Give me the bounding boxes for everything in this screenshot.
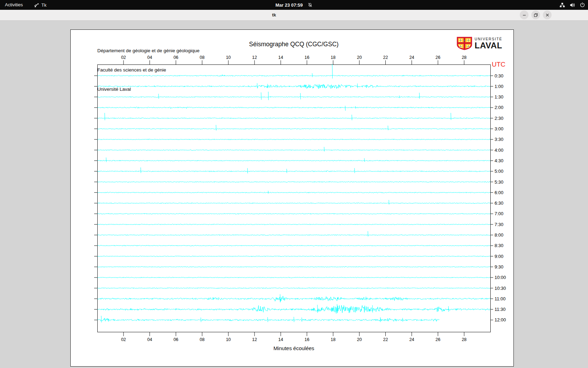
utc-time-label: 9:30 bbox=[495, 264, 503, 270]
maximize-button[interactable] bbox=[531, 11, 540, 19]
tk-icon bbox=[34, 2, 39, 8]
x-axis-tick-label-top: 28 bbox=[462, 55, 467, 60]
laval-shield-icon bbox=[457, 37, 472, 50]
seismogram-trace bbox=[98, 266, 490, 267]
seismogram-trace bbox=[98, 231, 490, 237]
seismogram-trace bbox=[98, 106, 490, 111]
x-axis-tick-label-bottom: 12 bbox=[252, 337, 257, 342]
universite-laval-logo: UNIVERSITÉ LAVAL bbox=[457, 37, 502, 50]
header-line-2: Faculté des sciences et de génie bbox=[97, 67, 200, 73]
x-axis-tick-label-bottom: 20 bbox=[357, 337, 362, 342]
seismogram-trace bbox=[98, 213, 490, 214]
utc-time-label: 2:00 bbox=[495, 105, 503, 110]
x-axis-tick-label-top: 12 bbox=[252, 55, 257, 60]
seismogram-trace bbox=[98, 139, 490, 140]
maximize-icon bbox=[534, 13, 538, 17]
app-name-label: Tk bbox=[41, 2, 46, 8]
seismogram-trace bbox=[98, 288, 490, 289]
seismogram-trace bbox=[98, 147, 490, 151]
utc-time-label: 0:30 bbox=[495, 73, 503, 79]
x-axis-tick-label-bottom: 26 bbox=[435, 337, 440, 342]
gnome-top-bar: Activities Tk Mar 23 07:59 bbox=[0, 0, 588, 10]
utc-time-label: 10:00 bbox=[495, 275, 506, 280]
utc-time-label: 8:00 bbox=[495, 232, 503, 238]
window-titlebar[interactable]: tk bbox=[0, 10, 588, 21]
seismogram-trace bbox=[98, 277, 490, 278]
close-button[interactable] bbox=[543, 11, 552, 19]
x-axis-tick-label-bottom: 02 bbox=[121, 337, 126, 342]
seismogram-trace bbox=[98, 125, 490, 131]
x-axis-tick-label-top: 26 bbox=[435, 55, 440, 60]
seismogram-trace bbox=[98, 200, 490, 205]
x-axis-tick-label-bottom: 08 bbox=[200, 337, 205, 342]
x-axis-tick-label-top: 16 bbox=[304, 55, 309, 60]
x-axis-tick-label-bottom: 10 bbox=[226, 337, 231, 342]
x-axis-tick-label-top: 18 bbox=[331, 55, 336, 60]
x-axis-title: Minutes écoulées bbox=[97, 345, 490, 351]
utc-time-label: 11:30 bbox=[495, 307, 506, 312]
seismogram-trace bbox=[98, 304, 490, 314]
utc-time-label: 5:00 bbox=[495, 169, 503, 174]
seismograph-canvas: 0202040406060808101012121414161618182020… bbox=[70, 29, 514, 367]
utc-time-label: 4:30 bbox=[495, 158, 503, 163]
x-axis-tick-label-top: 10 bbox=[226, 55, 231, 60]
seismogram-trace bbox=[98, 256, 490, 257]
seismogram-trace bbox=[98, 316, 439, 322]
x-axis-tick-label-bottom: 14 bbox=[278, 337, 283, 342]
seismogram-trace bbox=[98, 168, 490, 173]
x-axis-tick-label-bottom: 28 bbox=[462, 337, 467, 342]
utc-time-label: 4:00 bbox=[495, 148, 503, 153]
x-axis-tick-label-top: 08 bbox=[200, 55, 205, 60]
utc-time-label: 6:30 bbox=[495, 200, 503, 206]
header-line-1: Département de géologie et de génie géol… bbox=[97, 48, 200, 54]
seismogram-trace bbox=[98, 245, 490, 246]
seismogram-trace bbox=[98, 224, 490, 225]
utc-time-label: 8:30 bbox=[495, 243, 503, 248]
utc-time-label: 9:00 bbox=[495, 254, 503, 259]
minimize-icon bbox=[522, 13, 526, 17]
network-wired-icon bbox=[559, 2, 565, 8]
utc-time-label: 7:30 bbox=[495, 222, 503, 227]
seismogram-trace bbox=[98, 157, 490, 162]
app-menu-button[interactable]: Tk bbox=[34, 2, 46, 8]
utc-label: UTC bbox=[492, 61, 505, 68]
seismogram-trace bbox=[98, 294, 490, 302]
x-axis-tick-label-bottom: 04 bbox=[147, 337, 152, 342]
utc-time-label: 6:00 bbox=[495, 190, 503, 195]
system-status-area[interactable] bbox=[559, 0, 585, 10]
utc-time-label: 3:30 bbox=[495, 137, 503, 142]
x-axis-tick-label-bottom: 24 bbox=[409, 337, 414, 342]
logo-laval-label: LAVAL bbox=[475, 41, 502, 50]
notifications-off-bell-icon bbox=[308, 2, 313, 7]
activities-button[interactable]: Activities bbox=[0, 0, 28, 10]
seismogram-trace bbox=[98, 191, 490, 193]
utc-time-label: 5:30 bbox=[495, 179, 503, 185]
seismogram-trace bbox=[98, 182, 490, 183]
logo-universite-label: UNIVERSITÉ bbox=[475, 37, 502, 41]
power-icon bbox=[580, 2, 585, 8]
x-axis-tick-label-bottom: 22 bbox=[383, 337, 388, 342]
plot-title: Séismographe QCQ (CGC/GSC) bbox=[97, 41, 490, 48]
x-axis-tick-label-bottom: 16 bbox=[304, 337, 309, 342]
clock-menu-button[interactable]: Mar 23 07:59 bbox=[275, 0, 313, 10]
utc-time-label: 11:00 bbox=[495, 296, 506, 301]
x-axis-tick-label-bottom: 18 bbox=[331, 337, 336, 342]
header-line-3: Université Laval bbox=[97, 86, 200, 93]
utc-time-label: 3:00 bbox=[495, 126, 503, 131]
volume-icon bbox=[569, 2, 575, 8]
x-axis-tick-label-top: 24 bbox=[409, 55, 414, 60]
x-axis-tick-label-top: 22 bbox=[383, 55, 388, 60]
utc-time-label: 1:00 bbox=[495, 84, 503, 89]
minimize-button[interactable] bbox=[520, 11, 528, 19]
tk-window-body: 0202040406060808101012121414161618182020… bbox=[0, 21, 588, 368]
utc-time-label: 1:30 bbox=[495, 94, 503, 100]
utc-time-label: 2:30 bbox=[495, 116, 503, 121]
x-axis-tick-label-top: 20 bbox=[357, 55, 362, 60]
seismogram-trace bbox=[98, 113, 490, 120]
x-axis-tick-label-top: 14 bbox=[278, 55, 283, 60]
window-title: tk bbox=[272, 10, 276, 20]
utc-time-label: 10:30 bbox=[495, 286, 506, 291]
close-icon bbox=[545, 13, 550, 17]
utc-time-label: 7:00 bbox=[495, 211, 503, 216]
utc-time-label: 12:00 bbox=[495, 317, 506, 322]
